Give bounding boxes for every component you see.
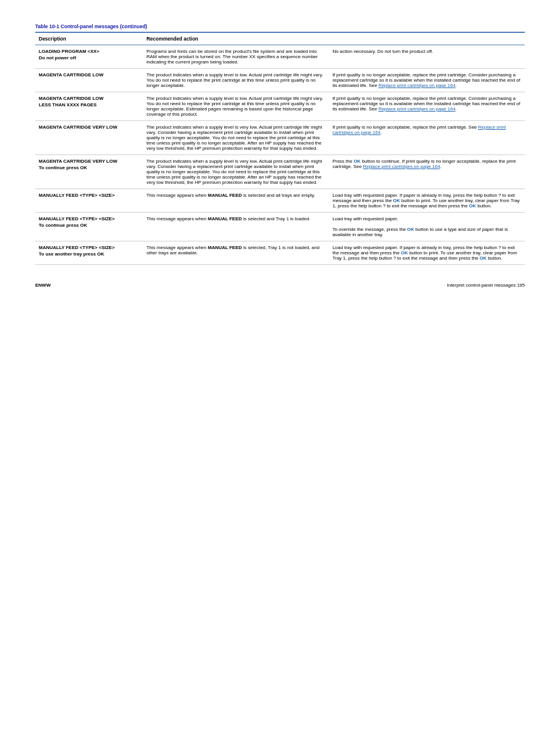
ok-label: OK: [393, 198, 400, 203]
replace-cartridges-link[interactable]: Replace print cartridges on page 164: [363, 164, 440, 169]
rec-cell: If print quality is no longer acceptable…: [329, 92, 525, 121]
table-row: MAGENTA CARTRIDGE VERY LOW To continue p…: [35, 155, 525, 189]
desc-cell: MAGENTA CARTRIDGE LOW: [35, 69, 143, 92]
table-row: MAGENTA CARTRIDGE LOW The product indica…: [35, 69, 525, 92]
desc-main: LOADING PROGRAM <XX>: [39, 49, 99, 54]
desc-sub: To continue press OK: [39, 223, 139, 228]
desc-cell: MANUALLY FEED <TYPE> <SIZE>: [35, 189, 143, 213]
table-row: MAGENTA CARTRIDGE VERY LOW The product i…: [35, 121, 525, 155]
table-row: MAGENTA CARTRIDGE LOW LESS THAN XXXX PAG…: [35, 92, 525, 121]
rec-cell: Load tray with requested paper. To overr…: [329, 213, 525, 241]
desc-sub: LESS THAN XXXX PAGES: [39, 102, 139, 107]
table-row: LOADING PROGRAM <XX> Do not power off Pr…: [35, 45, 525, 69]
desc-cell: MAGENTA CARTRIDGE VERY LOW: [35, 121, 143, 155]
ok-label: OK: [353, 159, 360, 164]
desc-sub: To continue press OK: [39, 165, 139, 170]
table-title: Table 10-1 Control-panel messages (conti…: [35, 23, 525, 29]
desc-sub: Do not power off: [39, 55, 139, 61]
action-cell: This message appears when MANUAL FEED is…: [143, 241, 329, 265]
desc-cell: MAGENTA CARTRIDGE VERY LOW To continue p…: [35, 155, 143, 189]
bold-manual-feed: MANUAL FEED: [208, 216, 242, 221]
action-cell: The product indicates when a supply leve…: [143, 121, 329, 155]
desc-cell: LOADING PROGRAM <XX> Do not power off: [35, 45, 143, 69]
rec-cell: Press the OK button to continue. If prin…: [329, 155, 525, 189]
page-footer: ENWW Interpret control-panel messages 19…: [35, 283, 525, 288]
rec-cell: If print quality is no longer acceptable…: [329, 69, 525, 92]
action-cell: Programs and fonts can be stored on the …: [143, 45, 329, 69]
desc-main: MAGENTA CARTRIDGE LOW: [39, 72, 103, 78]
rec-cell: Load tray with requested paper. If paper…: [329, 189, 525, 213]
action-cell: The product indicates when a supply leve…: [143, 69, 329, 92]
action-cell: This message appears when MANUAL FEED is…: [143, 213, 329, 241]
table-row: MANUALLY FEED <TYPE> <SIZE> To continue …: [35, 213, 525, 241]
desc-cell: MAGENTA CARTRIDGE LOW LESS THAN XXXX PAG…: [35, 92, 143, 121]
main-table: Description Recommended action LOADING P…: [35, 32, 525, 265]
col1-header: Description: [35, 32, 143, 45]
action-cell: The product indicates when a supply leve…: [143, 155, 329, 189]
table-header-row: Description Recommended action: [35, 32, 525, 45]
col2-header: Recommended action: [143, 32, 525, 45]
desc-main: MAGENTA CARTRIDGE VERY LOW: [39, 159, 117, 164]
desc-main: MANUALLY FEED <TYPE> <SIZE>: [39, 216, 114, 221]
action-cell: This message appears when MANUAL FEED is…: [143, 189, 329, 213]
page-container: Table 10-1 Control-panel messages (conti…: [35, 23, 525, 288]
desc-cell: MANUALLY FEED <TYPE> <SIZE> To continue …: [35, 213, 143, 241]
table-row: MANUALLY FEED <TYPE> <SIZE> This message…: [35, 189, 525, 213]
ok-label: OK: [407, 227, 414, 232]
table-row: MANUALLY FEED <TYPE> <SIZE> To use anoth…: [35, 241, 525, 265]
desc-main: MANUALLY FEED <TYPE> <SIZE>: [39, 193, 114, 198]
desc-main: MAGENTA CARTRIDGE VERY LOW: [39, 125, 117, 130]
ok-label: OK: [469, 203, 476, 209]
rec-cell: No action necessary. Do not turn the pro…: [329, 45, 525, 69]
desc-main: MANUALLY FEED <TYPE> <SIZE>: [39, 245, 114, 250]
bold-manual-feed: MANUAL FEED: [208, 193, 242, 198]
ok-label: OK: [401, 250, 408, 256]
desc-cell: MANUALLY FEED <TYPE> <SIZE> To use anoth…: [35, 241, 143, 265]
desc-sub: To use another tray press OK: [39, 251, 139, 257]
replace-cartridges-link[interactable]: Replace print cartridges on page 164: [379, 83, 456, 88]
footer-right: Interpret control-panel messages 195: [447, 283, 525, 288]
ok-label: OK: [480, 256, 487, 261]
action-cell: The product indicates when a supply leve…: [143, 92, 329, 121]
replace-cartridges-link[interactable]: Replace print cartridges on page 164: [379, 106, 456, 112]
bold-manual-feed: MANUAL FEED: [208, 245, 242, 250]
rec-cell: If print quality is no longer acceptable…: [329, 121, 525, 155]
desc-main: MAGENTA CARTRIDGE LOW: [39, 96, 103, 101]
footer-left: ENWW: [35, 283, 50, 288]
rec-cell: Load tray with requested paper. If paper…: [329, 241, 525, 265]
replace-cartridges-link[interactable]: Replace print cartridges on page 164: [332, 125, 505, 135]
